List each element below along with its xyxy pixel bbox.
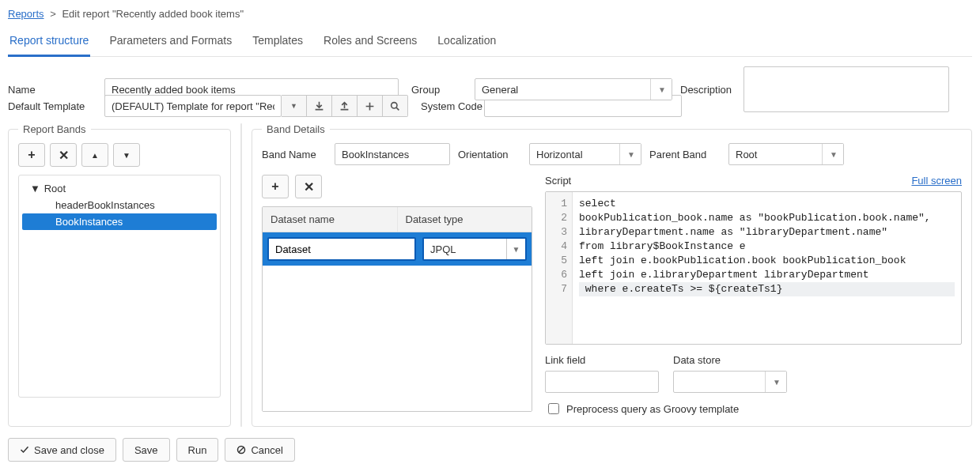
data-store-select[interactable] — [673, 371, 787, 393]
description-textarea[interactable] — [744, 66, 949, 112]
default-template-field: ▼ — [104, 95, 408, 117]
plus-icon — [365, 101, 375, 111]
default-template-label: Default Template — [8, 100, 104, 112]
chevron-down-icon: ▼ — [290, 102, 297, 110]
move-down-button[interactable]: ▼ — [113, 143, 140, 167]
description-label: Description — [680, 84, 744, 96]
tree-item-header[interactable]: headerBookInstances — [22, 197, 217, 213]
band-details-legend: Band Details — [262, 123, 330, 135]
remove-dataset-button[interactable]: ✕ — [295, 175, 322, 198]
tabs: Report structure Parameters and Formats … — [8, 28, 972, 57]
chevron-down-icon: ▼ — [506, 239, 525, 259]
breadcrumb-sep: > — [50, 8, 56, 20]
parent-band-select[interactable]: Root — [728, 143, 844, 165]
upload-icon — [339, 101, 350, 111]
search-icon — [390, 101, 400, 111]
dataset-column: + ✕ Dataset name Dataset type JP — [262, 175, 532, 417]
preprocess-label[interactable]: Preprocess query as Groovy template — [566, 403, 739, 415]
tree-item-bookinstances[interactable]: BookInstances — [22, 213, 217, 230]
run-label: Run — [188, 444, 207, 456]
tab-roles-screens[interactable]: Roles and Screens — [322, 28, 418, 57]
template-download-button[interactable] — [307, 95, 332, 117]
ban-icon — [236, 445, 246, 455]
save-and-close-label: Save and close — [34, 444, 104, 456]
add-band-button[interactable]: + — [18, 143, 45, 167]
band-details-panel: Band Details Band Name Orientation Horiz… — [252, 123, 972, 427]
tab-templates[interactable]: Templates — [251, 28, 305, 57]
link-field-input[interactable] — [545, 371, 659, 393]
close-icon: ✕ — [304, 179, 314, 194]
dataset-type-cell[interactable]: JPQL ▼ — [422, 237, 527, 261]
plus-icon: + — [271, 179, 278, 194]
dataset-col-name-header: Dataset name — [263, 207, 398, 232]
footer-actions: Save and close Save Run Cancel — [8, 438, 972, 462]
orientation-select[interactable]: Horizontal — [529, 143, 641, 165]
band-name-label: Band Name — [262, 149, 327, 160]
svg-point-0 — [392, 102, 397, 108]
caret-down-icon: ▼ — [123, 151, 131, 160]
cancel-label: Cancel — [251, 444, 282, 456]
save-label: Save — [134, 444, 158, 456]
report-bands-panel: Report Bands + ✕ ▲ ▼ ▼ Root headerBookIn… — [8, 123, 231, 427]
tab-localization[interactable]: Localization — [436, 28, 498, 57]
breadcrumb-current: Edit report "Recently added book items" — [62, 8, 244, 20]
save-button[interactable]: Save — [123, 438, 170, 462]
full-screen-link[interactable]: Full screen — [911, 175, 962, 187]
tab-report-structure[interactable]: Report structure — [8, 28, 90, 57]
script-column: Script Full screen 1 2 3 4 5 6 7 select … — [545, 175, 962, 417]
splitter[interactable] — [240, 123, 242, 427]
cancel-button[interactable]: Cancel — [225, 438, 294, 462]
breadcrumb: Reports > Edit report "Recently added bo… — [8, 6, 972, 25]
parent-band-label: Parent Band — [649, 149, 721, 160]
name-label: Name — [8, 84, 104, 96]
breadcrumb-root[interactable]: Reports — [8, 8, 44, 20]
tree-root-label: Root — [44, 183, 66, 194]
caret-down-icon[interactable]: ▼ — [30, 183, 38, 194]
template-add-button[interactable] — [358, 95, 383, 117]
plus-icon: + — [28, 148, 35, 162]
dataset-row[interactable]: JPQL ▼ — [263, 232, 532, 266]
tree-root[interactable]: ▼ Root — [22, 180, 217, 197]
orientation-label: Orientation — [458, 149, 521, 160]
script-label: Script — [545, 175, 571, 187]
template-upload-button[interactable] — [332, 95, 358, 117]
save-and-close-button[interactable]: Save and close — [8, 438, 116, 462]
download-icon — [314, 101, 324, 111]
group-select[interactable]: General — [475, 78, 672, 100]
editor-gutter: 1 2 3 4 5 6 7 — [546, 192, 573, 344]
band-name-input[interactable] — [335, 143, 450, 165]
dataset-grid: Dataset name Dataset type JPQL ▼ — [262, 206, 532, 412]
script-editor[interactable]: 1 2 3 4 5 6 7 select bookPublication_boo… — [545, 191, 962, 345]
bands-tree[interactable]: ▼ Root headerBookInstances BookInstances — [18, 175, 221, 398]
add-dataset-button[interactable]: + — [262, 175, 289, 198]
group-label: Group — [411, 84, 475, 96]
data-store-label: Data store — [673, 354, 787, 366]
dataset-name-cell[interactable] — [267, 237, 416, 261]
bands-toolbar: + ✕ ▲ ▼ — [18, 143, 221, 167]
preprocess-checkbox[interactable] — [548, 403, 559, 414]
tab-parameters-formats[interactable]: Parameters and Formats — [108, 28, 233, 57]
check-icon — [20, 445, 29, 455]
system-code-label: System Code — [421, 100, 484, 112]
default-template-input[interactable] — [104, 95, 282, 117]
remove-band-button[interactable]: ✕ — [50, 143, 77, 167]
template-search-button[interactable] — [383, 95, 408, 117]
run-button[interactable]: Run — [176, 438, 219, 462]
editor-code[interactable]: select bookPublication_book.name as "boo… — [573, 192, 961, 344]
move-up-button[interactable]: ▲ — [81, 143, 108, 167]
dataset-type-value: JPQL — [430, 243, 456, 255]
link-field-label: Link field — [545, 354, 659, 366]
caret-up-icon: ▲ — [91, 151, 99, 160]
report-bands-legend: Report Bands — [18, 123, 91, 135]
close-icon: ✕ — [59, 148, 69, 163]
template-dropdown-button[interactable]: ▼ — [282, 95, 307, 117]
dataset-col-type-header: Dataset type — [398, 207, 532, 232]
